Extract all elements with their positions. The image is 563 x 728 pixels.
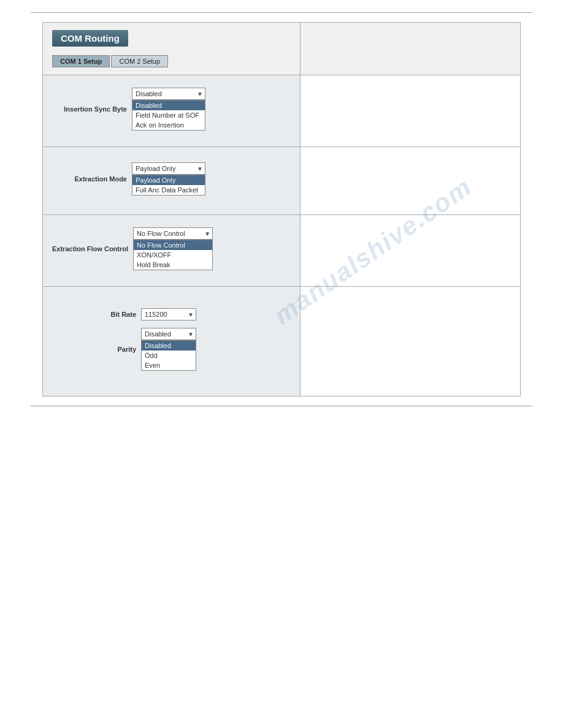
insertion-sync-byte-option-disabled[interactable]: Disabled (132, 100, 205, 110)
parity-option-odd[interactable]: Odd (142, 351, 196, 360)
bit-rate-select[interactable]: 115200 ▼ (141, 308, 196, 320)
bit-rate-select-wrapper: 115200 ▼ (141, 308, 196, 320)
insertion-sync-byte-left: Insertion Sync Byte Disabled ▼ Disabled … (43, 75, 301, 146)
bit-rate-label: Bit Rate (61, 311, 141, 318)
extraction-flow-control-value: No Flow Control (137, 230, 185, 237)
main-container: COM Routing COM 1 Setup COM 2 Setup Inse… (42, 22, 521, 396)
extraction-mode-field: Extraction Mode Payload Only ▼ Payload O… (52, 162, 291, 195)
extraction-mode-label: Extraction Mode (52, 175, 132, 183)
top-divider (31, 12, 532, 13)
insertion-sync-byte-field: Insertion Sync Byte Disabled ▼ Disabled … (52, 88, 291, 131)
insertion-sync-byte-right (301, 75, 520, 146)
extraction-mode-select[interactable]: Payload Only ▼ (132, 162, 205, 175)
extraction-flow-control-field: Extraction Flow Control No Flow Control … (52, 227, 291, 270)
bitrate-parity-row: Bit Rate 115200 ▼ Parity (43, 287, 520, 396)
extraction-flow-control-dropdown: No Flow Control XON/XOFF Hold Break (133, 240, 213, 270)
tab-com1-setup[interactable]: COM 1 Setup (52, 55, 110, 67)
insertion-sync-byte-select-wrapper: Disabled ▼ Disabled Field Number at SOF … (132, 88, 205, 131)
insertion-sync-byte-select[interactable]: Disabled ▼ (132, 88, 205, 100)
bottom-divider (31, 406, 532, 406)
header-row: COM Routing COM 1 Setup COM 2 Setup (43, 23, 520, 75)
bit-rate-value: 115200 (145, 311, 167, 318)
parity-arrow: ▼ (188, 331, 194, 338)
page-wrapper: manualshive.com COM Routing COM 1 Setup … (0, 0, 563, 728)
tab-com2-setup[interactable]: COM 2 Setup (111, 55, 168, 67)
extraction-flow-control-right (301, 215, 520, 286)
extraction-mode-value: Payload Only (136, 165, 175, 172)
extraction-mode-option-full[interactable]: Full Anc Data Packet (132, 185, 205, 195)
insertion-sync-byte-dropdown: Disabled Field Number at SOF Ack on Inse… (132, 100, 205, 131)
parity-select[interactable]: Disabled ▼ (141, 328, 196, 340)
parity-label: Parity (61, 346, 141, 353)
parity-field: Parity Disabled ▼ Disabled Odd Even (61, 328, 282, 371)
extraction-flow-control-select[interactable]: No Flow Control ▼ (133, 227, 213, 240)
extraction-mode-dropdown: Payload Only Full Anc Data Packet (132, 175, 205, 195)
extraction-mode-left: Extraction Mode Payload Only ▼ Payload O… (43, 147, 301, 214)
extraction-mode-right (301, 147, 520, 214)
extraction-mode-select-wrapper: Payload Only ▼ Payload Only Full Anc Dat… (132, 162, 205, 195)
parity-select-wrapper: Disabled ▼ Disabled Odd Even (141, 328, 196, 371)
insertion-sync-byte-option-field[interactable]: Field Number at SOF (132, 110, 205, 120)
bitrate-parity-left: Bit Rate 115200 ▼ Parity (43, 287, 301, 396)
bitrate-section: Bit Rate 115200 ▼ Parity (52, 299, 291, 384)
extraction-flow-control-label: Extraction Flow Control (52, 245, 133, 252)
extraction-flow-control-option-xon[interactable]: XON/XOFF (134, 250, 212, 260)
parity-option-even[interactable]: Even (142, 360, 196, 370)
extraction-flow-control-select-wrapper: No Flow Control ▼ No Flow Control XON/XO… (133, 227, 213, 270)
extraction-flow-control-option-hold[interactable]: Hold Break (134, 260, 212, 270)
insertion-sync-byte-option-ack[interactable]: Ack on Insertion (132, 120, 205, 130)
extraction-mode-option-payload[interactable]: Payload Only (132, 175, 205, 185)
extraction-flow-control-option-none[interactable]: No Flow Control (134, 240, 212, 250)
extraction-mode-arrow: ▼ (197, 165, 203, 172)
com-routing-title: COM Routing (52, 30, 128, 47)
insertion-sync-byte-row: Insertion Sync Byte Disabled ▼ Disabled … (43, 75, 520, 147)
header-right (301, 23, 520, 75)
tab-row: COM 1 Setup COM 2 Setup (52, 55, 291, 67)
insertion-sync-byte-value: Disabled (136, 90, 162, 97)
insertion-sync-byte-label: Insertion Sync Byte (52, 105, 132, 113)
extraction-flow-control-left: Extraction Flow Control No Flow Control … (43, 215, 301, 286)
insertion-sync-byte-arrow: ▼ (197, 91, 203, 97)
extraction-mode-row: Extraction Mode Payload Only ▼ Payload O… (43, 147, 520, 215)
bitrate-parity-right (301, 287, 520, 396)
parity-dropdown: Disabled Odd Even (141, 340, 196, 371)
bit-rate-field: Bit Rate 115200 ▼ (61, 308, 282, 320)
parity-option-disabled[interactable]: Disabled (142, 341, 196, 351)
parity-value: Disabled (145, 330, 171, 338)
extraction-flow-control-arrow: ▼ (204, 230, 210, 237)
header-left: COM Routing COM 1 Setup COM 2 Setup (43, 23, 301, 75)
bit-rate-arrow: ▼ (188, 311, 194, 318)
extraction-flow-control-row: Extraction Flow Control No Flow Control … (43, 215, 520, 287)
